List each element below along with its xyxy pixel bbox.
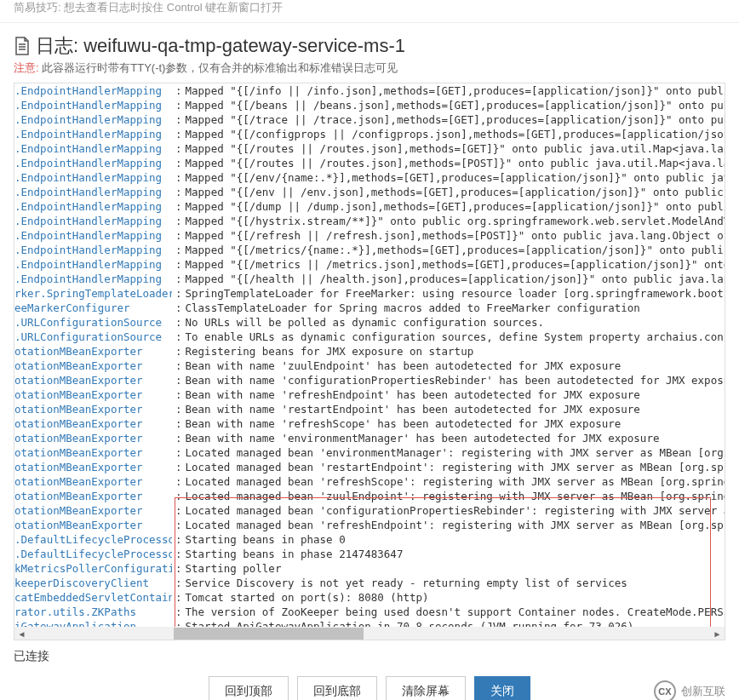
log-separator: : xyxy=(172,547,186,561)
log-separator: : xyxy=(172,445,186,460)
log-separator: : xyxy=(172,431,186,445)
log-message: Tomcat started on port(s): 8080 (http) xyxy=(186,590,429,605)
log-separator: : xyxy=(172,98,186,112)
log-separator: : xyxy=(172,141,186,156)
header: 日志: weifuwu-qa-tmp-gateway-service-ms-1 … xyxy=(0,23,739,79)
log-message: Mapped "{[/dump || /dump.json],methods=[… xyxy=(186,199,725,214)
log-message: Bean with name 'environmentManager' has … xyxy=(186,431,660,445)
log-class: .EndpointHandlerMapping xyxy=(14,156,172,170)
log-separator: : xyxy=(172,272,186,286)
document-icon xyxy=(14,36,31,56)
log-line: otationMBeanExporter: Bean with name 're… xyxy=(14,402,725,416)
log-class: .EndpointHandlerMapping xyxy=(14,243,172,257)
log-line: .DefaultLifecycleProcessor: Starting bea… xyxy=(14,547,725,561)
log-separator: : xyxy=(172,199,186,214)
log-separator: : xyxy=(172,185,186,199)
log-class: otationMBeanExporter xyxy=(14,431,172,445)
log-separator: : xyxy=(172,561,186,576)
log-message: Located managed bean 'refreshScope': reg… xyxy=(186,474,725,489)
log-separator: : xyxy=(172,416,186,431)
log-line: iGatewayApplication: Started ApiGatewayA… xyxy=(14,619,725,627)
log-line: .EndpointHandlerMapping: Mapped "{[/trac… xyxy=(14,112,725,127)
log-message: ClassTemplateLoader for Spring macros ad… xyxy=(186,301,640,315)
log-line: catEmbeddedServletContainer: Tomcat star… xyxy=(14,590,725,605)
log-class: .EndpointHandlerMapping xyxy=(14,170,172,185)
log-class: otationMBeanExporter xyxy=(14,460,172,474)
log-message: Mapped "{[/configprops || /configprops.j… xyxy=(186,127,725,141)
log-line: .EndpointHandlerMapping: Mapped "{[/info… xyxy=(14,83,725,98)
log-message: Located managed bean 'restartEndpoint': … xyxy=(186,460,725,474)
log-line: .EndpointHandlerMapping: Mapped "{[/metr… xyxy=(14,243,725,257)
log-class: eeMarkerConfigurer xyxy=(14,301,172,315)
log-class: otationMBeanExporter xyxy=(14,445,172,460)
log-line: .EndpointHandlerMapping: Mapped "{[/conf… xyxy=(14,127,725,141)
scroll-left-icon[interactable]: ◄ xyxy=(14,627,29,640)
log-message: Located managed bean 'configurationPrope… xyxy=(186,503,725,518)
clear-screen-button[interactable]: 清除屏幕 xyxy=(386,676,466,700)
close-button[interactable]: 关闭 xyxy=(474,676,530,700)
log-separator: : xyxy=(172,576,186,590)
log-class: kMetricsPollerConfiguration xyxy=(14,561,172,576)
log-separator: : xyxy=(172,112,186,127)
log-content[interactable]: .EndpointHandlerMapping: Mapped "{[/info… xyxy=(14,83,725,627)
log-line: .EndpointHandlerMapping: Mapped "{[/refr… xyxy=(14,228,725,243)
log-class: rker.SpringTemplateLoader xyxy=(14,286,172,301)
log-message: Bean with name 'zuulEndpoint' has been a… xyxy=(186,359,622,373)
log-container: .EndpointHandlerMapping: Mapped "{[/info… xyxy=(14,83,725,640)
log-line: .URLConfigurationSource: To enable URLs … xyxy=(14,330,725,344)
log-line: .DefaultLifecycleProcessor: Starting bea… xyxy=(14,532,725,547)
top-tip: 简易技巧: 想去查看日志时按住 Control 键在新窗口打开 xyxy=(0,0,739,23)
goto-bottom-button[interactable]: 回到底部 xyxy=(297,676,377,700)
log-separator: : xyxy=(172,243,186,257)
log-class: otationMBeanExporter xyxy=(14,387,172,402)
log-message: Located managed bean 'environmentManager… xyxy=(186,445,725,460)
log-message: Mapped "{[/routes || /routes.json],metho… xyxy=(186,141,725,156)
log-separator: : xyxy=(172,228,186,243)
log-separator: : xyxy=(172,83,186,98)
log-line: .EndpointHandlerMapping: Mapped "{[/rout… xyxy=(14,141,725,156)
log-message: Mapped "{[/metrics/{name:.*}],methods=[G… xyxy=(186,243,725,257)
log-message: Starting poller xyxy=(186,561,282,576)
log-class: .EndpointHandlerMapping xyxy=(14,257,172,272)
log-line: otationMBeanExporter: Registering beans … xyxy=(14,344,725,359)
log-message: Mapped "{[/routes || /routes.json],metho… xyxy=(186,156,725,170)
log-class: .URLConfigurationSource xyxy=(14,315,172,330)
log-line: .EndpointHandlerMapping: Mapped "{[/metr… xyxy=(14,257,725,272)
log-separator: : xyxy=(172,605,186,619)
log-separator: : xyxy=(172,590,186,605)
log-message: Located managed bean 'zuulEndpoint': reg… xyxy=(186,489,725,503)
log-message: Mapped "{[/metrics || /metrics.json],met… xyxy=(186,257,725,272)
log-message: Bean with name 'refreshEndpoint' has bee… xyxy=(186,387,640,402)
note-label: 注意: xyxy=(14,61,39,74)
log-message: The version of ZooKeeper being used does… xyxy=(186,605,725,619)
log-message: Starting beans in phase 2147483647 xyxy=(186,547,404,561)
log-class: .EndpointHandlerMapping xyxy=(14,112,172,127)
log-class: .EndpointHandlerMapping xyxy=(14,127,172,141)
log-message: Mapped "{[/hystrix.stream/**]}" onto pub… xyxy=(186,214,725,228)
goto-top-button[interactable]: 回到顶部 xyxy=(209,676,289,700)
log-line: otationMBeanExporter: Bean with name 'zu… xyxy=(14,359,725,373)
brand-icon: CX xyxy=(654,680,676,700)
log-message: Bean with name 'refreshScope' has been a… xyxy=(186,416,622,431)
log-class: otationMBeanExporter xyxy=(14,373,172,387)
log-class: .URLConfigurationSource xyxy=(14,330,172,344)
log-line: .EndpointHandlerMapping: Mapped "{[/heal… xyxy=(14,272,725,286)
horizontal-scrollbar[interactable]: ◄ ► xyxy=(14,627,725,640)
log-message: To enable URLs as dynamic configuration … xyxy=(186,330,725,344)
log-class: .EndpointHandlerMapping xyxy=(14,228,172,243)
log-line: rator.utils.ZKPaths: The version of ZooK… xyxy=(14,605,725,619)
log-line: otationMBeanExporter: Located managed be… xyxy=(14,445,725,460)
log-class: .DefaultLifecycleProcessor xyxy=(14,532,172,547)
log-class: .EndpointHandlerMapping xyxy=(14,185,172,199)
brand: CX 创新互联 xyxy=(654,680,725,700)
log-line: .EndpointHandlerMapping: Mapped "{[/rout… xyxy=(14,156,725,170)
log-class: otationMBeanExporter xyxy=(14,503,172,518)
log-class: .EndpointHandlerMapping xyxy=(14,98,172,112)
scroll-thumb[interactable] xyxy=(174,628,364,640)
log-separator: : xyxy=(172,373,186,387)
log-message: Mapped "{[/trace || /trace.json],methods… xyxy=(186,112,725,127)
log-separator: : xyxy=(172,301,186,315)
log-separator: : xyxy=(172,619,186,627)
note-text: 此容器运行时带有TTY(-t)参数，仅有合并的标准输出和标准错误日志可见 xyxy=(42,61,398,74)
scroll-right-icon[interactable]: ► xyxy=(710,627,725,640)
